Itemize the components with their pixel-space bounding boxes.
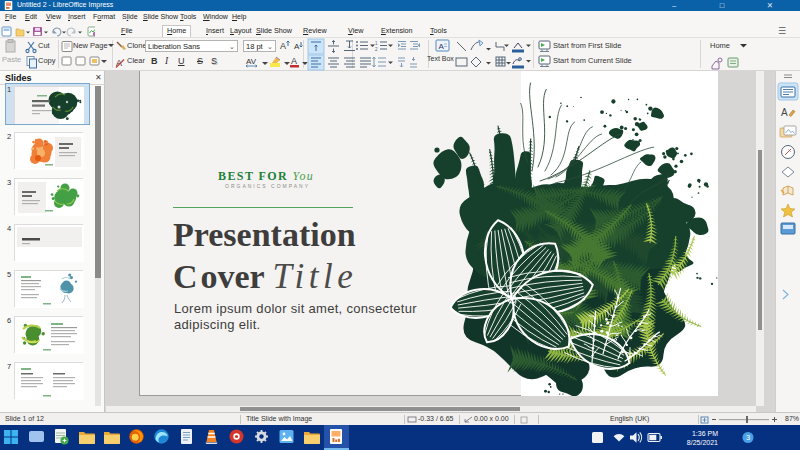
svg-text:1:36 PM: 1:36 PM <box>692 430 718 437</box>
svg-text:A: A <box>781 107 788 118</box>
svg-text:A: A <box>280 41 286 51</box>
svg-text:8/25/2021: 8/25/2021 <box>687 439 718 446</box>
svg-text:A: A <box>294 42 300 51</box>
svg-text:1: 1 <box>375 41 378 46</box>
svg-text:A: A <box>291 56 297 66</box>
svg-text:A: A <box>439 42 445 51</box>
svg-text:3: 3 <box>746 433 750 442</box>
svg-text:AV: AV <box>246 57 257 66</box>
svg-text:2: 2 <box>375 47 378 52</box>
